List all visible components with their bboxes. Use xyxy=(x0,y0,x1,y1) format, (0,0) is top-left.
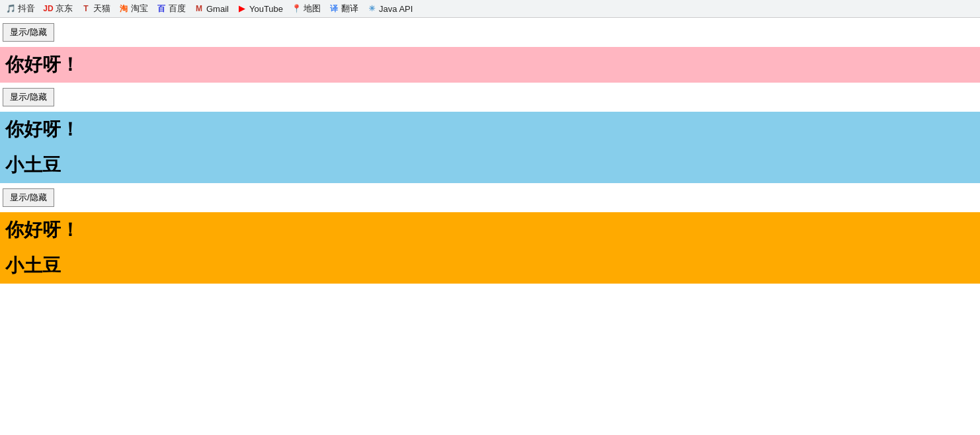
bookmark-icon-javaapi: ☀ xyxy=(366,3,377,14)
toggle-button-section1[interactable]: 显示/隐藏 xyxy=(3,23,54,42)
bookmark-label-taobao: 淘宝 xyxy=(131,3,148,15)
bookmark-icon-tianmao: T xyxy=(81,3,91,14)
bookmark-icon-gmail: M xyxy=(194,3,204,14)
toggle-button-section2[interactable]: 显示/隐藏 xyxy=(3,88,54,106)
bookmark-icon-douyin: 🎵 xyxy=(5,3,16,14)
content-block-section3-0: 你好呀！ xyxy=(0,212,980,248)
content-block-section3-1: 小土豆 xyxy=(0,248,980,284)
bookmark-label-jd: 京东 xyxy=(56,3,73,15)
content-block-section2-0: 你好呀！ xyxy=(0,112,980,147)
bookmark-label-baidu: 百度 xyxy=(169,3,186,15)
bookmark-douyin[interactable]: 🎵抖音 xyxy=(5,3,35,15)
content-block-section1-0: 你好呀！ xyxy=(0,47,980,83)
bookmark-label-maps: 地图 xyxy=(304,3,321,15)
bookmark-icon-taobao: 淘 xyxy=(118,3,129,14)
bookmark-youtube[interactable]: ▶YouTube xyxy=(237,3,283,14)
bookmark-label-javaapi: Java API xyxy=(379,4,413,14)
bookmarks-bar: 🎵抖音JD京东T天猫淘淘宝百百度MGmail▶YouTube📍地图译翻译☀Jav… xyxy=(0,0,980,18)
bookmark-baidu[interactable]: 百百度 xyxy=(156,3,186,15)
bookmark-icon-jd: JD xyxy=(43,3,54,14)
bookmark-icon-youtube: ▶ xyxy=(237,3,247,14)
bookmark-icon-maps: 📍 xyxy=(291,3,302,14)
bookmark-label-tianmao: 天猫 xyxy=(93,3,110,15)
bookmark-gmail[interactable]: MGmail xyxy=(194,3,229,14)
bookmark-label-translate: 翻译 xyxy=(341,3,358,15)
bookmark-label-youtube: YouTube xyxy=(249,4,283,14)
bookmark-maps[interactable]: 📍地图 xyxy=(291,3,321,15)
bookmark-label-gmail: Gmail xyxy=(206,4,229,14)
toggle-button-section3[interactable]: 显示/隐藏 xyxy=(3,188,54,207)
bookmark-label-douyin: 抖音 xyxy=(18,3,35,15)
bookmark-translate[interactable]: 译翻译 xyxy=(329,3,358,15)
bookmark-javaapi[interactable]: ☀Java API xyxy=(366,3,413,14)
bookmark-taobao[interactable]: 淘淘宝 xyxy=(118,3,148,15)
bookmark-jd[interactable]: JD京东 xyxy=(43,3,73,15)
bookmark-tianmao[interactable]: T天猫 xyxy=(81,3,110,15)
content-block-section2-1: 小土豆 xyxy=(0,147,980,183)
bookmark-icon-translate: 译 xyxy=(329,3,339,14)
bookmark-icon-baidu: 百 xyxy=(156,3,167,14)
main-content: 显示/隐藏你好呀！显示/隐藏你好呀！小土豆显示/隐藏你好呀！小土豆 xyxy=(0,18,980,284)
